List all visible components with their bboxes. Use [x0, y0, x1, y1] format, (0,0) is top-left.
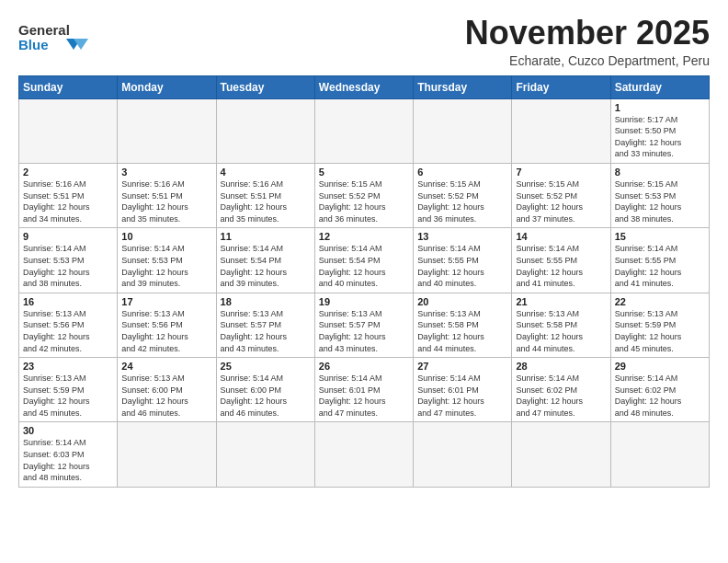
day-number: 28 [516, 361, 606, 372]
subtitle: Echarate, Cuzco Department, Peru [465, 53, 710, 68]
calendar-cell [216, 98, 314, 163]
day-number: 9 [23, 231, 113, 242]
calendar-week-4: 16Sunrise: 5:13 AM Sunset: 5:56 PM Dayli… [19, 293, 710, 357]
day-info: Sunrise: 5:15 AM Sunset: 5:52 PM Dayligh… [516, 178, 606, 224]
day-number: 5 [319, 167, 409, 178]
calendar-cell [314, 422, 413, 487]
day-number: 27 [417, 361, 507, 372]
day-info: Sunrise: 5:14 AM Sunset: 6:00 PM Dayligh… [221, 373, 311, 419]
day-info: Sunrise: 5:16 AM Sunset: 5:51 PM Dayligh… [221, 178, 311, 224]
day-info: Sunrise: 5:14 AM Sunset: 5:54 PM Dayligh… [221, 243, 311, 289]
day-number: 25 [221, 361, 311, 372]
day-number: 16 [23, 296, 113, 307]
header: General Blue November 2025 Echarate, Cuz… [18, 15, 710, 68]
day-number: 3 [121, 167, 211, 178]
day-info: Sunrise: 5:14 AM Sunset: 5:53 PM Dayligh… [23, 243, 113, 289]
day-info: Sunrise: 5:13 AM Sunset: 5:59 PM Dayligh… [23, 373, 113, 419]
weekday-header-row: SundayMondayTuesdayWednesdayThursdayFrid… [19, 75, 710, 98]
calendar-cell [512, 98, 610, 163]
calendar-cell: 28Sunrise: 5:14 AM Sunset: 6:02 PM Dayli… [512, 358, 610, 422]
day-info: Sunrise: 5:14 AM Sunset: 6:02 PM Dayligh… [615, 373, 705, 419]
page: General Blue November 2025 Echarate, Cuz… [0, 0, 728, 563]
day-info: Sunrise: 5:14 AM Sunset: 5:55 PM Dayligh… [417, 243, 507, 289]
calendar-cell: 24Sunrise: 5:13 AM Sunset: 6:00 PM Dayli… [118, 358, 216, 422]
calendar-cell: 29Sunrise: 5:14 AM Sunset: 6:02 PM Dayli… [610, 358, 709, 422]
day-info: Sunrise: 5:14 AM Sunset: 6:01 PM Dayligh… [319, 373, 409, 419]
day-info: Sunrise: 5:13 AM Sunset: 5:58 PM Dayligh… [516, 308, 606, 354]
calendar-cell [118, 422, 216, 487]
calendar-cell: 25Sunrise: 5:14 AM Sunset: 6:00 PM Dayli… [216, 358, 314, 422]
day-number: 14 [516, 231, 606, 242]
day-number: 26 [319, 361, 409, 372]
day-number: 22 [615, 296, 705, 307]
day-info: Sunrise: 5:13 AM Sunset: 5:56 PM Dayligh… [23, 308, 113, 354]
day-info: Sunrise: 5:16 AM Sunset: 5:51 PM Dayligh… [121, 178, 211, 224]
day-number: 11 [221, 231, 311, 242]
calendar-cell: 7Sunrise: 5:15 AM Sunset: 5:52 PM Daylig… [512, 163, 610, 227]
weekday-header-thursday: Thursday [414, 75, 512, 98]
calendar-cell: 13Sunrise: 5:14 AM Sunset: 5:55 PM Dayli… [414, 228, 512, 293]
calendar-cell: 17Sunrise: 5:13 AM Sunset: 5:56 PM Dayli… [118, 293, 216, 357]
calendar-week-2: 2Sunrise: 5:16 AM Sunset: 5:51 PM Daylig… [19, 163, 710, 227]
day-info: Sunrise: 5:13 AM Sunset: 5:59 PM Dayligh… [615, 308, 705, 354]
day-number: 30 [23, 425, 113, 436]
day-number: 2 [23, 167, 113, 178]
day-info: Sunrise: 5:14 AM Sunset: 6:02 PM Dayligh… [516, 373, 606, 419]
calendar-cell [414, 422, 512, 487]
day-number: 8 [615, 167, 705, 178]
day-number: 12 [319, 231, 409, 242]
calendar-cell: 20Sunrise: 5:13 AM Sunset: 5:58 PM Dayli… [414, 293, 512, 357]
weekday-header-monday: Monday [118, 75, 216, 98]
weekday-header-tuesday: Tuesday [216, 75, 314, 98]
calendar-cell [118, 98, 216, 163]
calendar-cell: 4Sunrise: 5:16 AM Sunset: 5:51 PM Daylig… [216, 163, 314, 227]
calendar-cell: 16Sunrise: 5:13 AM Sunset: 5:56 PM Dayli… [19, 293, 118, 357]
day-info: Sunrise: 5:13 AM Sunset: 6:00 PM Dayligh… [121, 373, 211, 419]
weekday-header-friday: Friday [512, 75, 610, 98]
day-number: 21 [516, 296, 606, 307]
title-block: November 2025 Echarate, Cuzco Department… [465, 15, 710, 68]
logo-svg: General Blue [18, 18, 101, 59]
day-info: Sunrise: 5:13 AM Sunset: 5:57 PM Dayligh… [221, 308, 311, 354]
calendar-cell [216, 422, 314, 487]
calendar-cell: 9Sunrise: 5:14 AM Sunset: 5:53 PM Daylig… [19, 228, 118, 293]
calendar-cell: 21Sunrise: 5:13 AM Sunset: 5:58 PM Dayli… [512, 293, 610, 357]
day-number: 6 [417, 167, 507, 178]
calendar-table: SundayMondayTuesdayWednesdayThursdayFrid… [18, 75, 710, 488]
day-info: Sunrise: 5:17 AM Sunset: 5:50 PM Dayligh… [615, 114, 705, 160]
calendar-cell [314, 98, 413, 163]
calendar-cell: 14Sunrise: 5:14 AM Sunset: 5:55 PM Dayli… [512, 228, 610, 293]
weekday-header-wednesday: Wednesday [314, 75, 413, 98]
day-info: Sunrise: 5:16 AM Sunset: 5:51 PM Dayligh… [23, 178, 113, 224]
calendar-week-5: 23Sunrise: 5:13 AM Sunset: 5:59 PM Dayli… [19, 358, 710, 422]
calendar-cell: 8Sunrise: 5:15 AM Sunset: 5:53 PM Daylig… [610, 163, 709, 227]
calendar-cell: 1Sunrise: 5:17 AM Sunset: 5:50 PM Daylig… [610, 98, 709, 163]
day-info: Sunrise: 5:14 AM Sunset: 5:54 PM Dayligh… [319, 243, 409, 289]
calendar-cell: 5Sunrise: 5:15 AM Sunset: 5:52 PM Daylig… [314, 163, 413, 227]
day-info: Sunrise: 5:14 AM Sunset: 5:55 PM Dayligh… [615, 243, 705, 289]
day-number: 19 [319, 296, 409, 307]
calendar-cell: 23Sunrise: 5:13 AM Sunset: 5:59 PM Dayli… [19, 358, 118, 422]
day-info: Sunrise: 5:13 AM Sunset: 5:58 PM Dayligh… [417, 308, 507, 354]
calendar-cell: 19Sunrise: 5:13 AM Sunset: 5:57 PM Dayli… [314, 293, 413, 357]
day-number: 1 [615, 102, 705, 113]
calendar-cell: 18Sunrise: 5:13 AM Sunset: 5:57 PM Dayli… [216, 293, 314, 357]
day-info: Sunrise: 5:14 AM Sunset: 6:01 PM Dayligh… [417, 373, 507, 419]
calendar-cell: 15Sunrise: 5:14 AM Sunset: 5:55 PM Dayli… [610, 228, 709, 293]
svg-text:General: General [18, 22, 70, 38]
day-number: 18 [221, 296, 311, 307]
svg-text:Blue: Blue [18, 37, 49, 52]
day-number: 17 [121, 296, 211, 307]
day-info: Sunrise: 5:14 AM Sunset: 6:03 PM Dayligh… [23, 437, 113, 483]
calendar-cell: 30Sunrise: 5:14 AM Sunset: 6:03 PM Dayli… [19, 422, 118, 487]
calendar-cell [610, 422, 709, 487]
calendar-week-1: 1Sunrise: 5:17 AM Sunset: 5:50 PM Daylig… [19, 98, 710, 163]
weekday-header-sunday: Sunday [19, 75, 118, 98]
day-info: Sunrise: 5:13 AM Sunset: 5:57 PM Dayligh… [319, 308, 409, 354]
day-number: 29 [615, 361, 705, 372]
calendar-cell: 10Sunrise: 5:14 AM Sunset: 5:53 PM Dayli… [118, 228, 216, 293]
calendar-cell: 22Sunrise: 5:13 AM Sunset: 5:59 PM Dayli… [610, 293, 709, 357]
calendar-cell: 27Sunrise: 5:14 AM Sunset: 6:01 PM Dayli… [414, 358, 512, 422]
day-info: Sunrise: 5:13 AM Sunset: 5:56 PM Dayligh… [121, 308, 211, 354]
calendar-week-3: 9Sunrise: 5:14 AM Sunset: 5:53 PM Daylig… [19, 228, 710, 293]
